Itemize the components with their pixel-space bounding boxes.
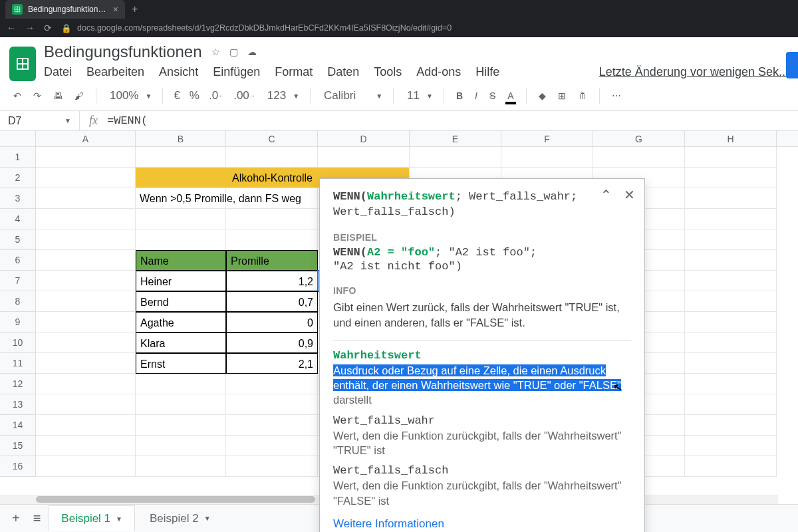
col-header-f[interactable]: F bbox=[501, 131, 593, 146]
back-icon[interactable]: ← bbox=[7, 23, 16, 33]
cell[interactable]: 0 bbox=[226, 312, 318, 332]
cell[interactable] bbox=[36, 456, 136, 477]
cell[interactable] bbox=[685, 188, 777, 209]
cell[interactable] bbox=[136, 415, 226, 436]
menu-help[interactable]: Hilfe bbox=[475, 65, 499, 79]
cell[interactable] bbox=[36, 168, 136, 188]
paint-format-icon[interactable]: 🖌 bbox=[70, 88, 88, 104]
fill-color-icon[interactable]: ◆ bbox=[535, 88, 550, 104]
row-header[interactable]: 15 bbox=[0, 436, 36, 456]
move-icon[interactable]: ▢ bbox=[229, 47, 238, 57]
cell[interactable] bbox=[685, 209, 777, 229]
menu-data[interactable]: Daten bbox=[327, 65, 359, 79]
text-color-button[interactable]: A bbox=[503, 88, 517, 104]
col-header-a[interactable]: A bbox=[36, 131, 136, 146]
document-title[interactable]: Bedingungsfunktionen bbox=[44, 43, 202, 61]
last-edit-link[interactable]: Letzte Änderung vor wenigen Sek... bbox=[599, 65, 789, 79]
sheet-tab-2[interactable]: Beispiel 2▼ bbox=[138, 506, 223, 531]
star-icon[interactable]: ☆ bbox=[211, 47, 220, 57]
col-header-e[interactable]: E bbox=[410, 131, 501, 146]
cell[interactable] bbox=[136, 229, 226, 250]
cell[interactable] bbox=[36, 147, 136, 168]
cell[interactable]: Agathe bbox=[136, 312, 226, 332]
menu-tools[interactable]: Tools bbox=[374, 65, 402, 79]
row-header[interactable]: 4 bbox=[0, 209, 36, 229]
menu-file[interactable]: Datei bbox=[44, 65, 72, 79]
cell[interactable] bbox=[226, 209, 318, 229]
add-sheet-button[interactable]: + bbox=[7, 505, 25, 531]
cell[interactable] bbox=[318, 147, 410, 168]
menu-format[interactable]: Format bbox=[275, 65, 313, 79]
cell[interactable] bbox=[685, 312, 777, 332]
italic-button[interactable]: I bbox=[471, 88, 481, 104]
cell[interactable] bbox=[501, 147, 593, 168]
menu-insert[interactable]: Einfügen bbox=[213, 65, 260, 79]
cell[interactable] bbox=[685, 374, 777, 394]
tab-close-icon[interactable]: × bbox=[113, 4, 118, 15]
cell[interactable] bbox=[226, 229, 318, 250]
cell[interactable] bbox=[685, 250, 777, 271]
row-header[interactable]: 16 bbox=[0, 456, 36, 477]
share-button[interactable] bbox=[786, 52, 798, 78]
collapse-icon[interactable]: ⌃ bbox=[600, 187, 612, 203]
cell[interactable] bbox=[685, 332, 777, 353]
col-header-b[interactable]: B bbox=[136, 131, 226, 146]
row-header[interactable]: 2 bbox=[0, 168, 36, 188]
menu-view[interactable]: Ansicht bbox=[159, 65, 198, 79]
currency-button[interactable]: € bbox=[171, 89, 182, 102]
row-header[interactable]: 7 bbox=[0, 271, 36, 291]
cell[interactable] bbox=[136, 374, 226, 394]
cell[interactable] bbox=[226, 188, 318, 209]
cell[interactable] bbox=[226, 415, 318, 436]
number-format-dropdown[interactable]: 123▼ bbox=[262, 89, 302, 102]
zoom-dropdown[interactable]: 100%▼ bbox=[104, 89, 154, 102]
undo-icon[interactable]: ↶ bbox=[9, 88, 25, 104]
merge-icon[interactable]: ⫚ bbox=[574, 88, 591, 104]
cell[interactable]: Klara bbox=[136, 332, 226, 353]
row-header[interactable]: 10 bbox=[0, 332, 36, 353]
redo-icon[interactable]: ↷ bbox=[29, 88, 45, 104]
row-header[interactable]: 5 bbox=[0, 229, 36, 250]
sheets-logo[interactable] bbox=[9, 47, 36, 81]
cell[interactable] bbox=[36, 291, 136, 312]
reload-icon[interactable]: ⟳ bbox=[44, 23, 52, 33]
cell[interactable] bbox=[685, 291, 777, 312]
cell[interactable] bbox=[685, 456, 777, 477]
forward-icon[interactable]: → bbox=[25, 23, 35, 33]
cell[interactable] bbox=[226, 394, 318, 415]
cell[interactable] bbox=[226, 456, 318, 477]
close-icon[interactable]: ✕ bbox=[624, 187, 635, 203]
cell[interactable] bbox=[136, 436, 226, 456]
cell[interactable] bbox=[685, 415, 777, 436]
cell[interactable]: Name bbox=[136, 250, 226, 271]
cell[interactable] bbox=[36, 209, 136, 229]
cell[interactable] bbox=[36, 436, 136, 456]
cell[interactable] bbox=[685, 353, 777, 374]
name-box[interactable]: D7▼ bbox=[0, 111, 80, 130]
cell[interactable]: 2,1 bbox=[226, 353, 318, 374]
cell[interactable] bbox=[136, 209, 226, 229]
cell[interactable] bbox=[36, 250, 136, 271]
font-dropdown[interactable]: Calibri▼ bbox=[319, 89, 385, 102]
decrease-decimal-button[interactable]: .0← bbox=[206, 89, 227, 102]
cell[interactable] bbox=[685, 394, 777, 415]
bold-button[interactable]: B bbox=[452, 88, 467, 104]
cell[interactable] bbox=[410, 147, 501, 168]
cell[interactable] bbox=[685, 436, 777, 456]
cell[interactable] bbox=[36, 374, 136, 394]
more-info-link[interactable]: Weitere Informationen bbox=[333, 517, 631, 531]
row-header[interactable]: 1 bbox=[0, 147, 36, 168]
col-header-d[interactable]: D bbox=[318, 131, 410, 146]
cell[interactable]: Heiner bbox=[136, 271, 226, 291]
cell[interactable]: 0,7 bbox=[226, 291, 318, 312]
row-header[interactable]: 9 bbox=[0, 312, 36, 332]
row-header[interactable]: 8 bbox=[0, 291, 36, 312]
col-header-h[interactable]: H bbox=[685, 131, 777, 146]
formula-input[interactable]: =WENN( bbox=[107, 114, 148, 127]
col-header-c[interactable]: C bbox=[226, 131, 318, 146]
browser-tab[interactable]: Bedingungsfunktionen - Google × bbox=[5, 0, 125, 19]
select-all-corner[interactable] bbox=[0, 131, 36, 146]
cell[interactable] bbox=[36, 353, 136, 374]
cell[interactable] bbox=[685, 168, 777, 188]
row-header[interactable]: 14 bbox=[0, 415, 36, 436]
